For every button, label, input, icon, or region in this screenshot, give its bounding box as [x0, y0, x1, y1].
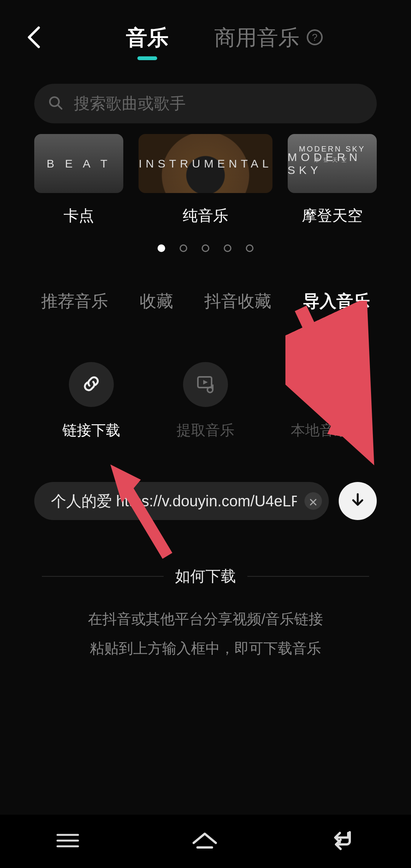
howto-line: 在抖音或其他平台分享视频/音乐链接 [0, 610, 411, 629]
tab-import-music[interactable]: 导入音乐 [303, 290, 370, 313]
import-label: 本地音乐 [291, 421, 349, 440]
import-extract-music[interactable]: 提取音乐 [177, 362, 234, 440]
download-button[interactable] [339, 482, 377, 520]
nav-menu-icon[interactable] [54, 831, 81, 852]
link-url-input[interactable]: 个人的爱 https://v.douyin.com/U4eLPXa/ [34, 482, 329, 520]
howto-line: 粘贴到上方输入框中，即可下载音乐 [0, 639, 411, 658]
tab-music[interactable]: 音乐 [126, 24, 169, 53]
search-placeholder: 搜索歌曲或歌手 [74, 93, 186, 114]
import-link-download[interactable]: 链接下载 [62, 362, 120, 440]
category-card[interactable]: MODERN SKY MODERN SKY 摩登天空 摩登天空 [288, 134, 377, 226]
pager-dot[interactable] [202, 244, 209, 252]
howto-title: 如何下载 [0, 566, 411, 587]
pager-dot[interactable] [158, 244, 165, 252]
search-icon [48, 95, 63, 112]
category-thumb: INSTRUMENTAL [139, 134, 272, 193]
category-label: 卡点 [64, 205, 94, 226]
nav-back-icon[interactable] [328, 830, 357, 853]
import-local-music[interactable]: 本地音乐 [291, 362, 349, 440]
svg-line-3 [58, 105, 62, 109]
link-icon [81, 373, 102, 396]
link-url-value: 个人的爱 https://v.douyin.com/U4eLPXa/ [51, 493, 297, 509]
category-label: 摩登天空 [302, 205, 363, 226]
video-music-icon [195, 373, 216, 396]
svg-text:?: ? [312, 32, 317, 43]
folder-icon [309, 373, 330, 396]
download-icon [349, 492, 366, 510]
pager-dots[interactable] [0, 244, 411, 252]
tab-favorites[interactable]: 收藏 [140, 290, 173, 313]
import-label: 链接下载 [62, 421, 120, 440]
category-thumb: B E A T [34, 134, 123, 193]
tab-douyin-favorites[interactable]: 抖音收藏 [204, 290, 271, 313]
svg-point-2 [50, 97, 59, 106]
tab-commercial-music[interactable]: 商用音乐 [214, 24, 299, 53]
category-card[interactable]: B E A T 卡点 [34, 134, 123, 226]
import-label: 提取音乐 [177, 421, 234, 440]
nav-home-icon[interactable] [190, 830, 220, 853]
pager-dot[interactable] [224, 244, 231, 252]
pager-dot[interactable] [180, 244, 187, 252]
search-input[interactable]: 搜索歌曲或歌手 [34, 84, 377, 123]
back-icon[interactable] [27, 26, 41, 50]
pager-dot[interactable] [246, 244, 253, 252]
clear-input-button[interactable] [304, 492, 322, 510]
category-card[interactable]: INSTRUMENTAL 纯音乐 [139, 134, 272, 226]
tab-recommended[interactable]: 推荐音乐 [41, 290, 108, 313]
help-icon[interactable]: ? [306, 29, 323, 47]
category-thumb: MODERN SKY MODERN SKY 摩登天空 [288, 134, 377, 193]
close-icon [309, 493, 317, 510]
category-label: 纯音乐 [183, 205, 228, 226]
